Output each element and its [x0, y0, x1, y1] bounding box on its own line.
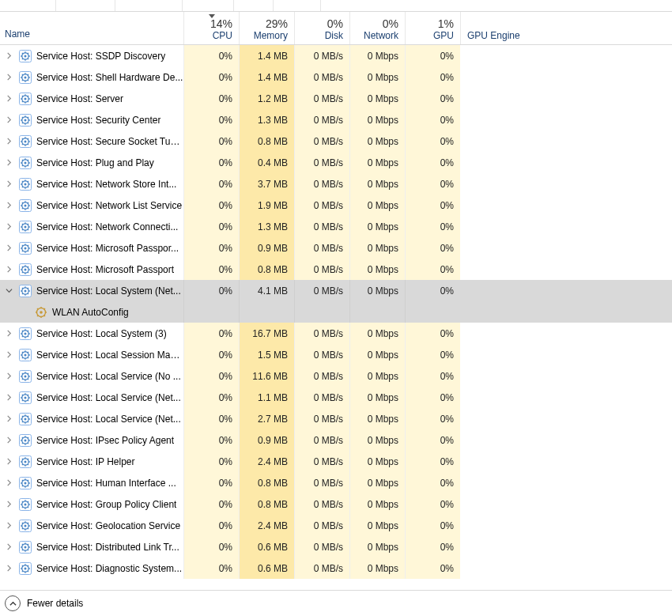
expand-icon[interactable]: [3, 93, 14, 104]
process-name: Service Host: Microsoft Passpor...: [36, 243, 179, 254]
expand-icon[interactable]: [3, 179, 14, 190]
process-name-cell[interactable]: Service Host: Local Session Man...: [0, 344, 183, 365]
process-name-cell[interactable]: Service Host: Network List Service: [0, 195, 183, 216]
svg-line-87: [22, 207, 23, 208]
process-name-cell[interactable]: Service Host: Security Center: [0, 109, 183, 130]
process-row[interactable]: Service Host: Network Connecti...0%1.3 M…: [0, 216, 672, 237]
column-header-gpu-engine[interactable]: GPU Engine: [460, 12, 610, 44]
expand-icon[interactable]: [3, 72, 14, 83]
expand-icon[interactable]: [3, 115, 14, 126]
process-row[interactable]: Service Host: Shell Hardware De...0%1.4 …: [0, 66, 672, 88]
process-name-cell[interactable]: Service Host: IP Helper: [0, 451, 183, 472]
process-row[interactable]: Service Host: Network Store Int...0%3.7 …: [0, 173, 672, 195]
cell-cpu: 0%: [183, 515, 239, 536]
expand-icon[interactable]: [3, 542, 14, 553]
process-row[interactable]: Service Host: Local Service (Net...0%1.1…: [0, 387, 672, 408]
expand-icon[interactable]: [3, 414, 14, 425]
process-name-cell[interactable]: Service Host: Secure Socket Tun...: [0, 130, 183, 152]
svg-line-73: [22, 180, 23, 181]
expand-icon[interactable]: [3, 563, 14, 574]
process-row[interactable]: Service Host: IPsec Policy Agent0%0.9 MB…: [0, 429, 672, 451]
svg-point-35: [25, 119, 27, 121]
column-header-cpu[interactable]: 14% CPU: [183, 12, 239, 44]
process-name-cell[interactable]: Service Host: Local Service (Net...: [0, 387, 183, 408]
cell-mem: 0.6 MB: [239, 536, 294, 557]
process-name-cell[interactable]: Service Host: Network Store Int...: [0, 173, 183, 195]
cell-net: 0 Mbps: [349, 429, 405, 451]
expand-icon[interactable]: [3, 200, 14, 211]
process-name-cell[interactable]: Service Host: Distributed Link Tr...: [0, 536, 183, 557]
expand-icon[interactable]: [3, 243, 14, 254]
column-header-disk[interactable]: 0% Disk: [294, 12, 349, 44]
expand-icon[interactable]: [3, 392, 14, 403]
process-row[interactable]: Service Host: Plug and Play0%0.4 MB0 MB/…: [0, 152, 672, 173]
cell-net: 0 Mbps: [349, 109, 405, 130]
cell-gpu: 0%: [405, 365, 460, 387]
process-list[interactable]: Service Host: SSDP Discovery0%1.4 MB0 MB…: [0, 45, 672, 590]
expand-icon[interactable]: [3, 478, 14, 489]
expand-icon[interactable]: [3, 456, 14, 467]
cell-cpu: 0%: [183, 130, 239, 152]
expand-icon[interactable]: [3, 435, 14, 446]
process-name-cell[interactable]: Service Host: Microsoft Passpor...: [0, 237, 183, 259]
process-name-cell[interactable]: Service Host: Local Service (No ...: [0, 365, 183, 387]
process-name-cell[interactable]: Service Host: Microsoft Passport: [0, 259, 183, 280]
svg-line-239: [28, 501, 28, 501]
process-name-cell[interactable]: Service Host: Human Interface ...: [0, 472, 183, 493]
expand-icon[interactable]: [3, 51, 14, 62]
fewer-details-button[interactable]: [5, 595, 21, 611]
collapse-icon[interactable]: [3, 285, 14, 297]
process-row[interactable]: Service Host: Distributed Link Tr...0%0.…: [0, 536, 672, 557]
process-row[interactable]: Service Host: IP Helper0%2.4 MB0 MB/s0 M…: [0, 451, 672, 472]
process-row[interactable]: Service Host: Local Session Man...0%1.5 …: [0, 344, 672, 365]
process-row[interactable]: Service Host: Local System (Net...0%4.1 …: [0, 280, 672, 301]
expand-icon[interactable]: [3, 371, 14, 382]
expand-icon[interactable]: [3, 221, 14, 232]
cell-gpu-engine: [460, 130, 672, 152]
expand-icon[interactable]: [3, 264, 14, 275]
column-header-gpu[interactable]: 1% GPU: [405, 12, 460, 44]
process-name-cell[interactable]: Service Host: Group Policy Client: [0, 493, 183, 515]
cell-gpu-engine: [460, 429, 672, 451]
process-name-cell[interactable]: Service Host: Local Service (Net...: [0, 408, 183, 429]
process-name-cell[interactable]: Service Host: Server: [0, 88, 183, 109]
process-row[interactable]: Service Host: Group Policy Client0%0.8 M…: [0, 493, 672, 515]
column-header-name[interactable]: Name: [0, 12, 183, 44]
svg-line-96: [28, 229, 28, 229]
process-name: Service Host: Local System (Net...: [36, 285, 181, 297]
process-row[interactable]: Service Host: Local Service (Net...0%2.7…: [0, 408, 672, 429]
process-row[interactable]: Service Host: Diagnostic System...0%0.6 …: [0, 557, 672, 579]
process-row[interactable]: Service Host: Geolocation Service0%2.4 M…: [0, 515, 672, 536]
process-row[interactable]: Service Host: Microsoft Passport0%0.8 MB…: [0, 259, 672, 280]
process-row[interactable]: Service Host: Local Service (No ...0%11.…: [0, 365, 672, 387]
process-row[interactable]: Service Host: SSDP Discovery0%1.4 MB0 MB…: [0, 45, 672, 66]
process-row[interactable]: Service Host: Human Interface ...0%0.8 M…: [0, 472, 672, 493]
process-name-cell[interactable]: Service Host: SSDP Discovery: [0, 45, 183, 66]
expand-icon[interactable]: [3, 328, 14, 339]
process-row[interactable]: Service Host: Network List Service0%1.9 …: [0, 195, 672, 216]
process-row[interactable]: Service Host: Secure Socket Tun...0%0.8 …: [0, 130, 672, 152]
process-name-cell[interactable]: WLAN AutoConfig: [0, 301, 183, 323]
expand-icon[interactable]: [3, 499, 14, 510]
expand-icon[interactable]: [3, 520, 14, 531]
process-name-cell[interactable]: Service Host: Diagnostic System...: [0, 557, 183, 579]
expand-icon[interactable]: [3, 157, 14, 168]
cell-gpu-engine: [460, 493, 672, 515]
process-name-cell[interactable]: Service Host: Network Connecti...: [0, 216, 183, 237]
process-name-cell[interactable]: Service Host: Plug and Play: [0, 152, 183, 173]
process-row[interactable]: Service Host: Microsoft Passpor...0%0.9 …: [0, 237, 672, 259]
process-name-cell[interactable]: Service Host: Local System (3): [0, 323, 183, 344]
process-name-cell[interactable]: Service Host: Shell Hardware De...: [0, 66, 183, 88]
expand-icon[interactable]: [3, 136, 14, 147]
process-name-cell[interactable]: Service Host: Local System (Net...: [0, 280, 183, 301]
process-row[interactable]: Service Host: Security Center0%1.3 MB0 M…: [0, 109, 672, 130]
process-name: Service Host: Server: [36, 93, 123, 104]
process-name-cell[interactable]: Service Host: IPsec Policy Agent: [0, 429, 183, 451]
process-row[interactable]: Service Host: Local System (3)0%16.7 MB0…: [0, 323, 672, 344]
column-header-network[interactable]: 0% Network: [349, 12, 405, 44]
process-row[interactable]: Service Host: Server0%1.2 MB0 MB/s0 Mbps…: [0, 88, 672, 109]
expand-icon[interactable]: [3, 350, 14, 361]
process-name-cell[interactable]: Service Host: Geolocation Service: [0, 515, 183, 536]
process-row[interactable]: WLAN AutoConfig: [0, 301, 672, 323]
column-header-memory[interactable]: 29% Memory: [239, 12, 294, 44]
